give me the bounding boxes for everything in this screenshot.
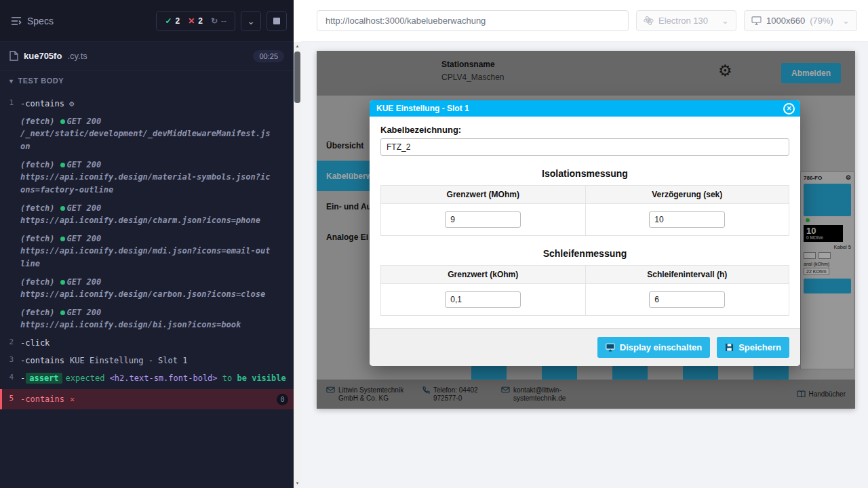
viewport-zoom: (79%) [810, 16, 833, 26]
iso-delay-input[interactable] [649, 211, 725, 228]
spec-file-ext: .cy.ts [67, 51, 87, 61]
column-header: Schleifenintervall (h) [585, 266, 789, 284]
browser-label: Electron 130 [658, 16, 708, 26]
save-icon [725, 343, 734, 352]
reporter-header: Specs ✓2 ✕2 ↻-- ⌄ [0, 0, 294, 42]
aut-topbar: Electron 130 ⌄ 1000x660 (79%) ⌄ [301, 0, 868, 42]
refresh-icon: ↻ [211, 16, 218, 26]
loop-heading: Schleifenmessung [380, 248, 789, 259]
browser-selector[interactable]: Electron 130 ⌄ [636, 10, 736, 31]
fetch-log-row[interactable]: (fetch)GET 200 https://api.iconify.desig… [0, 304, 294, 334]
viewport-selector[interactable]: 1000x660 (79%) ⌄ [744, 10, 857, 31]
application-frame: Stationsname CPLV4_Maschen ⚙ Abmelden LI… [317, 51, 855, 409]
stop-tests-button[interactable] [267, 11, 287, 31]
column-header: Grenzwert (MOhm) [381, 186, 585, 204]
close-icon[interactable]: ✕ [783, 103, 795, 115]
display-on-button[interactable]: Display einschalten [597, 337, 710, 358]
command-log: 1 -contains⚙ (fetch)GET 200 /_next/stati… [0, 91, 294, 409]
specs-label: Specs [27, 16, 54, 26]
scroll-up-icon[interactable]: ▲ [294, 42, 301, 51]
scrollbar-thumb[interactable] [294, 52, 300, 103]
monitor-icon [606, 343, 615, 352]
gear-icon: ⚙ [69, 99, 74, 108]
caret-down-icon: ▾ [9, 77, 14, 85]
specs-button[interactable]: Specs [11, 16, 151, 26]
fetch-log-row[interactable]: (fetch)GET 200 https://api.iconify.desig… [0, 199, 294, 230]
command-click[interactable]: 2 -click [0, 334, 294, 352]
fetch-url: https://api.iconify.design/bi.json?icons… [20, 319, 288, 331]
isolation-table: Grenzwert (MOhm) Verzögerung (sek) [380, 185, 789, 236]
cross-icon: ✕ [188, 16, 195, 26]
spec-file-icon [9, 51, 18, 61]
modal-header: KUE Einstellung - Slot 1 ✕ [370, 100, 800, 117]
command-assert[interactable]: 4 -assertexpected <h2.text-sm.font-bold>… [0, 369, 294, 387]
error-cross-icon: ✕ [70, 393, 75, 405]
command-contains-1[interactable]: 1 -contains⚙ [0, 95, 294, 113]
isolation-heading: Isolationsmessung [380, 168, 789, 179]
contains-argument: KUE Einstellung - Slot 1 [70, 356, 187, 365]
specs-list-icon [11, 16, 22, 26]
fetch-url: /_next/static/development/_devMiddleware… [20, 127, 288, 153]
fetch-url: https://api.iconify.design/mdi.json?icon… [20, 245, 288, 270]
viewport-icon [751, 16, 762, 25]
reporter-scrollbar: ▲ ▼ [294, 0, 301, 488]
match-count-badge: 0 [277, 394, 288, 405]
stop-icon [273, 18, 280, 24]
fetch-log-row[interactable]: (fetch)GET 200 https://api.iconify.desig… [0, 273, 294, 304]
check-icon: ✓ [165, 16, 172, 26]
fetch-url: https://api.iconify.design/charm.json?ic… [20, 214, 288, 227]
modal-title: KUE Einstellung - Slot 1 [376, 104, 469, 113]
spec-duration-badge: 00:25 [253, 50, 284, 62]
assert-element: <h2.text-sm.font-bold> [110, 373, 218, 383]
kue-settings-modal: KUE Einstellung - Slot 1 ✕ Kabelbezeichn… [370, 100, 800, 366]
column-header: Grenzwert (kOhm) [381, 266, 585, 284]
stat-passed: ✓2 [165, 16, 180, 26]
scrollbar-track[interactable]: ▲ ▼ [294, 42, 301, 488]
status-dot-icon [60, 206, 65, 211]
chevron-down-icon: ⌄ [247, 18, 255, 24]
fetch-url: https://api.iconify.design/carbon.json?i… [20, 288, 288, 301]
loop-interval-input[interactable] [649, 291, 725, 308]
loop-table: Grenzwert (kOhm) Schleifenintervall (h) [380, 265, 789, 316]
cypress-reporter: Specs ✓2 ✕2 ↻-- ⌄ kue705fo .cy.ts 00:25 … [0, 0, 294, 488]
status-dot-icon [60, 237, 65, 241]
loop-limit-input[interactable] [445, 291, 521, 308]
fetch-log-row[interactable]: (fetch)GET 200 https://api.iconify.desig… [0, 230, 294, 273]
cable-name-input[interactable] [380, 138, 789, 156]
viewport-size: 1000x660 [766, 16, 805, 26]
chevron-down-icon: ⌄ [842, 18, 850, 24]
spec-file-name: kue705fo [24, 51, 62, 61]
column-header: Verzögerung (sek) [585, 186, 789, 204]
electron-icon [644, 16, 654, 26]
stat-pending: ↻-- [211, 16, 226, 26]
status-dot-icon [60, 163, 65, 167]
command-contains-modal[interactable]: 3 -containsKUE Einstellung - Slot 1 [0, 352, 294, 369]
test-stats: ✓2 ✕2 ↻-- [156, 11, 235, 31]
status-dot-icon [60, 310, 65, 315]
fetch-log-row[interactable]: (fetch)GET 200 https://api.iconify.desig… [0, 156, 294, 199]
chevron-down-icon: ⌄ [722, 18, 729, 24]
screen: Specs ✓2 ✕2 ↻-- ⌄ kue705fo .cy.ts 00:25 … [0, 0, 868, 488]
scroll-down-icon[interactable]: ▼ [294, 479, 301, 488]
stat-failed: ✕2 [188, 16, 203, 26]
iso-limit-input[interactable] [445, 211, 521, 228]
fetch-url: https://api.iconify.design/material-symb… [20, 171, 288, 197]
url-input[interactable] [317, 10, 629, 31]
cable-name-label: Kabelbezeichnung: [380, 125, 789, 135]
save-button[interactable]: Speichern [717, 337, 789, 358]
suite-test-body[interactable]: ▾ TEST BODY [0, 70, 294, 91]
collapse-all-button[interactable]: ⌄ [241, 11, 261, 31]
command-contains-failed[interactable]: 5 -contains ✕ 0 [0, 389, 294, 409]
modal-footer: Display einschalten Speichern [370, 328, 800, 366]
fetch-log-row[interactable]: (fetch)GET 200 /_next/static/development… [0, 113, 294, 156]
spec-file-header[interactable]: kue705fo .cy.ts 00:25 [0, 42, 294, 70]
modal-body: Kabelbezeichnung: Isolationsmessung Gren… [370, 117, 800, 328]
assert-badge: assert [26, 373, 62, 384]
suite-label: TEST BODY [18, 77, 64, 85]
status-dot-icon [60, 280, 65, 285]
status-dot-icon [60, 119, 65, 124]
